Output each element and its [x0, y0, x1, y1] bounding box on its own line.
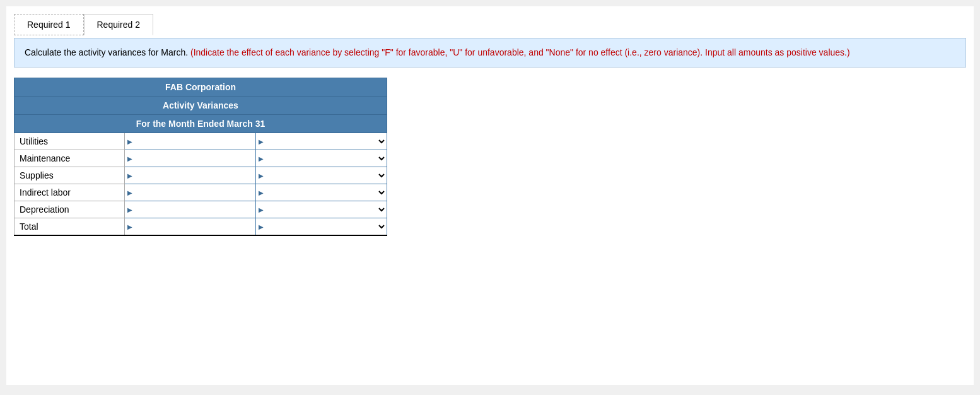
row-label-3: Indirect labor: [15, 184, 125, 201]
variance-type-cell-2[interactable]: ▶FUNone: [256, 167, 387, 184]
dropdown-arrow-icon-1: ▶: [259, 155, 264, 162]
amount-input-cell-5[interactable]: ▶: [125, 218, 256, 236]
row-label-4: Depreciation: [15, 201, 125, 218]
instruction-red-text: (Indicate the effect of each variance by…: [190, 47, 850, 57]
variance-type-cell-0[interactable]: ▶FUNone: [256, 133, 387, 150]
tabs-container: Required 1 Required 2: [14, 14, 966, 35]
activity-variances-table-wrapper: FAB Corporation Activity Variances For t…: [14, 78, 387, 236]
amount-input-4[interactable]: [134, 201, 255, 218]
variance-type-select-5[interactable]: FUNone: [265, 221, 387, 232]
variance-type-select-3[interactable]: FUNone: [265, 187, 387, 198]
dropdown-arrow-icon-2: ▶: [259, 172, 264, 179]
dropdown-arrow-icon-5: ▶: [259, 223, 264, 230]
amount-input-cell-2[interactable]: ▶: [125, 167, 256, 184]
amount-input-cell-3[interactable]: ▶: [125, 184, 256, 201]
variance-type-select-1[interactable]: FUNone: [265, 153, 387, 164]
input-arrow-icon-4: ▶: [127, 206, 132, 213]
instruction-box: Calculate the activity variances for Mar…: [14, 38, 966, 68]
variance-type-select-2[interactable]: FUNone: [265, 170, 387, 181]
table-row: Maintenance▶▶FUNone: [15, 150, 387, 167]
amount-input-5[interactable]: [134, 218, 255, 235]
amount-input-2[interactable]: [134, 167, 255, 184]
input-arrow-icon-2: ▶: [127, 172, 132, 179]
variance-type-select-4[interactable]: FUNone: [265, 204, 387, 215]
table-row: Total▶▶FUNone: [15, 218, 387, 236]
input-arrow-icon-3: ▶: [127, 189, 132, 196]
table-row: Supplies▶▶FUNone: [15, 167, 387, 184]
dropdown-arrow-icon-3: ▶: [259, 189, 264, 196]
table-row: Indirect labor▶▶FUNone: [15, 184, 387, 201]
variance-type-cell-3[interactable]: ▶FUNone: [256, 184, 387, 201]
dropdown-arrow-icon-4: ▶: [259, 206, 264, 213]
amount-input-3[interactable]: [134, 184, 255, 201]
instruction-black-text: Calculate the activity variances for Mar…: [25, 47, 188, 57]
amount-input-cell-0[interactable]: ▶: [125, 133, 256, 150]
row-label-0: Utilities: [15, 133, 125, 150]
tab-required1[interactable]: Required 1: [14, 14, 84, 35]
input-arrow-icon-5: ▶: [127, 223, 132, 230]
activity-variances-table: FAB Corporation Activity Variances For t…: [14, 78, 387, 236]
amount-input-0[interactable]: [134, 133, 255, 150]
variance-type-cell-5[interactable]: ▶FUNone: [256, 218, 387, 236]
table-title1: FAB Corporation: [15, 78, 387, 97]
dropdown-arrow-icon-0: ▶: [259, 138, 264, 145]
row-label-2: Supplies: [15, 167, 125, 184]
table-title3: For the Month Ended March 31: [15, 115, 387, 133]
amount-input-cell-4[interactable]: ▶: [125, 201, 256, 218]
variance-type-cell-1[interactable]: ▶FUNone: [256, 150, 387, 167]
amount-input-cell-1[interactable]: ▶: [125, 150, 256, 167]
variance-type-cell-4[interactable]: ▶FUNone: [256, 201, 387, 218]
row-label-5: Total: [15, 218, 125, 236]
row-label-1: Maintenance: [15, 150, 125, 167]
input-arrow-icon-0: ▶: [127, 138, 132, 145]
tab-required2[interactable]: Required 2: [84, 14, 154, 35]
table-title2: Activity Variances: [15, 97, 387, 115]
variance-type-select-0[interactable]: FUNone: [265, 136, 387, 147]
amount-input-1[interactable]: [134, 150, 255, 167]
input-arrow-icon-1: ▶: [127, 155, 132, 162]
table-row: Utilities▶▶FUNone: [15, 133, 387, 150]
table-row: Depreciation▶▶FUNone: [15, 201, 387, 218]
